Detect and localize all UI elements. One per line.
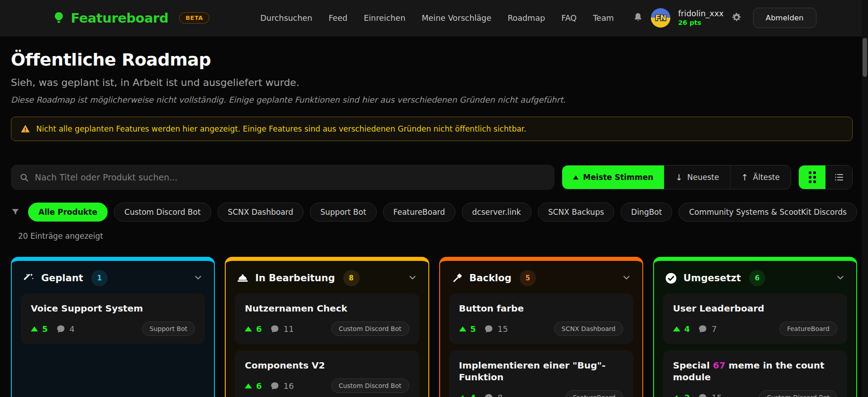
feature-card[interactable]: Voice Support System54Support Bot	[21, 293, 205, 344]
hammer-icon	[451, 272, 463, 284]
feature-card[interactable]: Button farbe515SCNX Dashboard	[449, 293, 633, 344]
product-tag: SCNX Dashboard	[554, 321, 623, 336]
card-meta: 54Support Bot	[31, 321, 195, 336]
feature-card[interactable]: Implementieren einer "Bug"-Funktion48Fea…	[449, 350, 633, 397]
navbar-inner: Featureboard BETA DurchsuchenFeedEinreic…	[52, 8, 816, 28]
product-tag: Custom Discord Bot	[331, 321, 409, 336]
column-backlog: Backlog5Button farbe515SCNX DashboardImp…	[439, 257, 643, 397]
column-collapse-button[interactable]	[193, 273, 203, 284]
funnel-icon	[11, 208, 20, 217]
upvote-triangle-icon[interactable]	[673, 326, 680, 331]
upvote-triangle-icon[interactable]	[31, 326, 38, 331]
filter-pill-dcserver-link[interactable]: dcserver.link	[462, 203, 531, 222]
nav-link-einreichen[interactable]: Einreichen	[364, 14, 405, 23]
feature-card[interactable]: User Leaderboard47FeatureBoard	[663, 293, 847, 344]
view-toggle	[798, 165, 853, 189]
sort-button-älteste[interactable]: ↑Älteste	[730, 165, 791, 189]
column-cards: Nutzernamen Check611Custom Discord BotCo…	[226, 293, 428, 397]
vote-count: 4	[684, 324, 690, 334]
product-tag: Custom Discord Bot	[759, 390, 837, 397]
notifications-button[interactable]	[633, 12, 643, 24]
nav-link-roadmap[interactable]: Roadmap	[508, 14, 545, 23]
hardhat-icon	[237, 272, 249, 284]
nav-link-team[interactable]: Team	[593, 14, 614, 23]
feature-card[interactable]: Special 67 meme in the count module215Cu…	[663, 350, 847, 397]
filter-pill-support-bot[interactable]: Support Bot	[310, 203, 376, 222]
column-umgesetzt: Umgesetzt6User Leaderboard47FeatureBoard…	[653, 257, 857, 397]
card-title: Nutzernamen Check	[245, 302, 409, 314]
filter-pill-scnx-backups[interactable]: SCNX Backups	[538, 203, 615, 222]
chevron-down-icon	[193, 273, 203, 284]
comment-count: 16	[284, 381, 294, 391]
column-collapse-button[interactable]	[835, 273, 845, 284]
grid-view-button[interactable]	[799, 165, 825, 189]
comment-count: 11	[284, 324, 294, 334]
chevron-down-icon	[835, 273, 845, 284]
nav-link-faq[interactable]: FAQ	[561, 14, 577, 23]
sort-group: Meiste Stimmen↓Neueste↑Älteste	[562, 165, 791, 189]
column-header: Backlog5	[440, 261, 642, 293]
feature-card[interactable]: Components V2616Custom Discord Bot	[235, 350, 419, 397]
card-title: Button farbe	[459, 302, 623, 314]
list-view-button[interactable]	[825, 165, 852, 189]
column-in-bearbeitung: In Bearbeitung8Nutzernamen Check611Custo…	[225, 257, 429, 397]
card-meta: 47FeatureBoard	[673, 321, 837, 336]
vote-count: 5	[42, 324, 48, 334]
upvote-triangle-icon[interactable]	[459, 395, 466, 397]
check-circle-icon	[665, 272, 677, 284]
logout-button[interactable]: Abmelden	[753, 8, 816, 28]
upvote-triangle-icon[interactable]	[673, 395, 680, 397]
filter-pill-dingbot[interactable]: DingBot	[621, 203, 672, 222]
column-count-badge: 5	[520, 270, 536, 286]
upvote-triangle-icon[interactable]	[245, 383, 252, 388]
card-meta: 611Custom Discord Bot	[245, 321, 409, 336]
comment-bubble-icon	[698, 393, 707, 397]
user-points: 26 pts	[678, 19, 724, 27]
vote-count: 4	[470, 393, 476, 397]
sort-button-neueste[interactable]: ↓Neueste	[664, 165, 730, 189]
nav-link-durchsuchen[interactable]: Durchsuchen	[261, 14, 313, 23]
filter-pill-community-systems-scootkit-discords[interactable]: Community Systems & ScootKit Discords	[678, 203, 857, 222]
scrollbar-thumb[interactable]	[863, 38, 867, 77]
upvote-triangle-icon[interactable]	[245, 326, 252, 331]
sort-button-meiste-stimmen[interactable]: Meiste Stimmen	[562, 165, 664, 189]
settings-button[interactable]	[731, 12, 742, 24]
comment-bubble-icon	[484, 324, 493, 334]
user-meta: fridolin_xxx 26 pts	[678, 9, 724, 27]
nav-link-feed[interactable]: Feed	[328, 14, 347, 23]
column-title: Backlog	[470, 273, 512, 284]
avatar[interactable]: FN	[651, 8, 670, 28]
column-collapse-button[interactable]	[621, 273, 631, 284]
upvote-triangle-icon[interactable]	[459, 326, 466, 331]
results-count: 20 Einträge angezeigt	[18, 232, 857, 241]
filter-pill-custom-discord-bot[interactable]: Custom Discord Bot	[114, 203, 211, 222]
nav-link-meine-vorschläge[interactable]: Meine Vorschläge	[422, 14, 491, 23]
column-geplant: Geplant1Voice Support System54Support Bo…	[11, 257, 215, 397]
comment-count: 4	[70, 324, 75, 334]
filter-pill-scnx-dashboard[interactable]: SCNX Dashboard	[218, 203, 304, 222]
feature-card[interactable]: Nutzernamen Check611Custom Discord Bot	[235, 293, 419, 344]
card-title: Components V2	[245, 359, 409, 371]
gear-icon	[731, 12, 742, 24]
wand-icon	[23, 272, 35, 284]
comment-bubble-icon	[698, 324, 707, 334]
product-tag: Custom Discord Bot	[331, 378, 409, 393]
page-title: Öffentliche Roadmap	[11, 50, 857, 70]
column-collapse-button[interactable]	[408, 273, 417, 284]
card-title-highlight: 67	[713, 360, 726, 371]
grid-icon	[809, 171, 816, 183]
logo[interactable]: Featureboard BETA	[52, 10, 209, 26]
filter-pill-featureboard[interactable]: FeatureBoard	[383, 203, 455, 222]
column-count-badge: 1	[91, 270, 108, 286]
chevron-down-icon	[621, 273, 631, 284]
warning-triangle-icon	[20, 124, 30, 134]
sort-button-label: Älteste	[753, 173, 780, 182]
main-content: Öffentliche Roadmap Sieh, was geplant is…	[0, 36, 868, 397]
comment-count: 7	[711, 324, 716, 334]
filter-pill-alle-produkte[interactable]: Alle Produkte	[28, 203, 108, 222]
column-count-badge: 6	[749, 270, 765, 286]
arrow-down-icon: ↓	[675, 172, 683, 182]
bell-icon	[633, 12, 643, 24]
card-meta: 515SCNX Dashboard	[459, 321, 623, 336]
search-input[interactable]	[35, 172, 546, 182]
